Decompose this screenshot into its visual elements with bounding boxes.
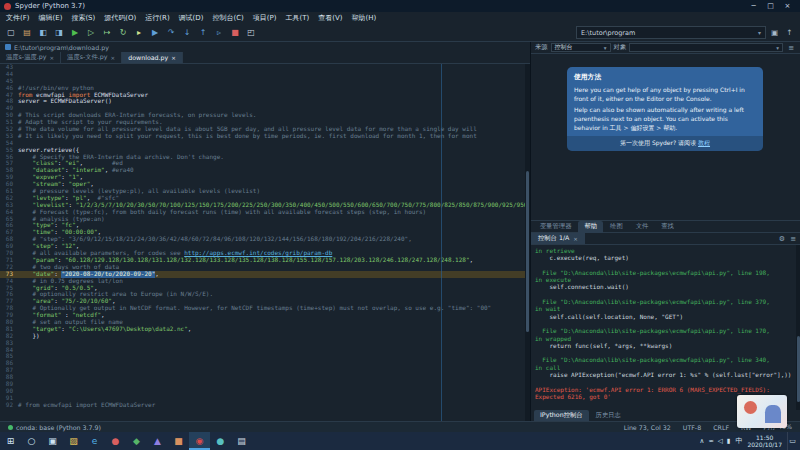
taskbar-app[interactable]: ●: [210, 432, 231, 450]
search-button[interactable]: ○: [21, 432, 42, 450]
code-line[interactable]: 44: [0, 71, 530, 78]
new-file-button[interactable]: ▢: [4, 26, 18, 40]
help-object-combo[interactable]: ▾: [629, 43, 783, 52]
code-line[interactable]: 92# from ecmwfapi import ECMWFDataServer: [0, 402, 530, 409]
save-button[interactable]: ◧: [36, 26, 50, 40]
menu-item[interactable]: 帮助(H): [352, 13, 377, 23]
menu-item[interactable]: 项目(P): [253, 13, 277, 23]
code-line[interactable]: 90: [0, 388, 530, 395]
help-source-combo[interactable]: 控制台 ▾: [551, 43, 611, 52]
taskbar-clock[interactable]: 11:50 2020/10/17: [747, 434, 782, 448]
scrollbar-thumb[interactable]: [526, 171, 529, 332]
run-cell-button[interactable]: ▷: [84, 26, 98, 40]
tutorial-link[interactable]: 教程: [698, 139, 710, 146]
panel-tab-find[interactable]: 查找: [655, 221, 680, 233]
task-view-button[interactable]: ▣: [42, 432, 63, 450]
open-file-button[interactable]: ▤: [20, 26, 34, 40]
code-line[interactable]: 86: [0, 360, 530, 367]
menu-item[interactable]: 工具(T): [286, 13, 310, 23]
gear-icon[interactable]: ⚙: [779, 235, 785, 243]
debug-button[interactable]: ▶: [148, 26, 162, 40]
parent-directory-button[interactable]: ↑: [783, 28, 796, 37]
tray-network-icon[interactable]: ≈: [708, 437, 713, 445]
console-tab[interactable]: 控制台 1/A ×: [531, 233, 585, 244]
tray-volume-icon[interactable]: ◁: [718, 437, 723, 445]
browse-directory-button[interactable]: ▣: [768, 28, 781, 37]
working-directory-combo[interactable]: E:\tutor\program ▾: [576, 26, 766, 39]
menu-item[interactable]: 搜索(S): [71, 13, 95, 23]
usage-title: 使用方法: [574, 73, 756, 83]
code-line[interactable]: 82 }): [0, 333, 530, 340]
maximize-button[interactable]: □: [762, 0, 779, 12]
menu-item[interactable]: 调试(D): [179, 13, 204, 23]
code-line[interactable]: 84: [0, 347, 530, 354]
close-button[interactable]: ×: [779, 0, 796, 12]
rerun-cell-button[interactable]: ↻: [116, 26, 130, 40]
code-line[interactable]: 65 # analysis (type:an): [0, 216, 530, 223]
panel-tab-files[interactable]: 文件: [630, 221, 655, 233]
tray-chevron-icon[interactable]: ∧: [700, 437, 705, 445]
continue-button[interactable]: ▹: [212, 26, 226, 40]
code-line[interactable]: 88: [0, 374, 530, 381]
minimize-button[interactable]: ─: [745, 0, 762, 12]
close-icon[interactable]: ×: [573, 236, 578, 242]
editor-tab[interactable]: download.py×: [122, 52, 183, 63]
step-button[interactable]: ↷: [164, 26, 178, 40]
code-line[interactable]: 43: [0, 64, 530, 71]
menu-item[interactable]: 控制台(C): [212, 13, 243, 23]
panel-tab-variable-explorer[interactable]: 变量管理器: [534, 221, 577, 233]
taskbar-app[interactable]: ■: [168, 432, 189, 450]
clock-date: 2020/10/17: [747, 441, 782, 448]
taskbar-app[interactable]: ◆: [126, 432, 147, 450]
tray-battery-icon[interactable]: ▮: [727, 437, 731, 445]
taskbar-app[interactable]: ▤: [231, 432, 252, 450]
code-line[interactable]: 83: [0, 340, 530, 347]
line-number[interactable]: 92: [0, 402, 18, 409]
taskbar-app[interactable]: ●: [105, 432, 126, 450]
code-line[interactable]: 54: [0, 140, 530, 147]
code-line[interactable]: 85: [0, 353, 530, 360]
panel-tab-plots[interactable]: 绘图: [604, 221, 629, 233]
menu-item[interactable]: 运行(R): [145, 13, 169, 23]
code-line[interactable]: 53# It is likely you need to split your …: [0, 133, 530, 140]
console-tab-history-log[interactable]: 历史日志: [590, 410, 627, 422]
code-editor[interactable]: 43444546#!/usr/bin/env python47from ecmw…: [0, 64, 530, 421]
save-all-button[interactable]: ◨: [52, 26, 66, 40]
maximize-pane-button[interactable]: ◰: [244, 26, 258, 40]
action-center-icon[interactable]: ▭: [787, 432, 797, 450]
code-line[interactable]: 87: [0, 367, 530, 374]
editor-scrollbar[interactable]: [525, 64, 530, 421]
code-line[interactable]: 81 "target": "C:\Users\47697\Desktop\dat…: [0, 326, 530, 333]
step-into-button[interactable]: ↓: [180, 26, 194, 40]
language-indicator[interactable]: 中: [735, 436, 742, 446]
taskbar-app-file-explorer[interactable]: ▨: [63, 432, 84, 450]
ipython-console-output[interactable]: in retrieve c.execute(req, target) File …: [531, 245, 800, 410]
menu-item[interactable]: 源代码(O): [104, 13, 136, 23]
panel-tab-help[interactable]: 帮助: [578, 221, 603, 233]
taskbar-app-edge[interactable]: e: [84, 432, 105, 450]
options-menu-icon[interactable]: ≡: [786, 44, 796, 52]
close-icon[interactable]: ×: [111, 55, 116, 61]
code-line[interactable]: 89: [0, 381, 530, 388]
taskbar-app-spyder[interactable]: ◉: [189, 432, 210, 450]
close-icon[interactable]: ×: [49, 55, 54, 61]
menu-item[interactable]: 文件(F): [6, 13, 30, 23]
console-scrollbar[interactable]: [796, 245, 800, 410]
run-button[interactable]: ▶: [68, 26, 82, 40]
editor-tab[interactable]: 温度s-温度.py×: [0, 52, 61, 63]
code-line[interactable]: 68 # "step": "3/6/9/12/15/18/21/24/30/36…: [0, 236, 530, 243]
start-button[interactable]: ⊞: [0, 432, 21, 450]
options-menu-icon[interactable]: ≡: [790, 235, 796, 243]
menu-item[interactable]: 编辑(E): [39, 13, 63, 23]
console-tab-ipython-console[interactable]: IPython控制台: [534, 410, 589, 422]
chevron-down-icon: ▾: [758, 29, 761, 36]
step-return-button[interactable]: ↑: [196, 26, 210, 40]
code-line[interactable]: 48server = ECMWFDataServer(): [0, 98, 530, 105]
menu-item[interactable]: 查看(V): [318, 13, 342, 23]
close-icon[interactable]: ×: [171, 55, 176, 61]
run-selection-button[interactable]: ▸: [132, 26, 146, 40]
run-cell-advance-button[interactable]: ↦: [100, 26, 114, 40]
taskbar-app[interactable]: ▲: [147, 432, 168, 450]
editor-tab[interactable]: 温度s-文件.py×: [61, 52, 122, 63]
stop-button[interactable]: ■: [228, 26, 242, 40]
